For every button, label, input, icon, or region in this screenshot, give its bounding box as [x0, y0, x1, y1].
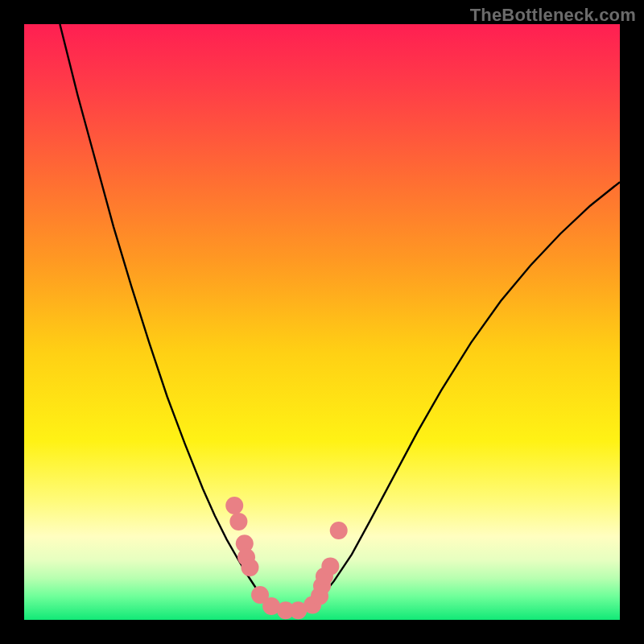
series-curve-right	[292, 182, 620, 615]
marker-dot	[225, 497, 243, 514]
series-curve-left	[60, 24, 292, 615]
marker-dot	[229, 513, 247, 530]
marker-dot	[241, 559, 258, 576]
marker-group	[225, 497, 347, 619]
marker-dot	[330, 522, 348, 539]
watermark-text: TheBottleneck.com	[470, 5, 636, 26]
marker-dot	[321, 557, 339, 575]
plot-area	[24, 24, 620, 620]
viewport: TheBottleneck.com	[0, 0, 644, 644]
chart-svg	[24, 24, 620, 620]
